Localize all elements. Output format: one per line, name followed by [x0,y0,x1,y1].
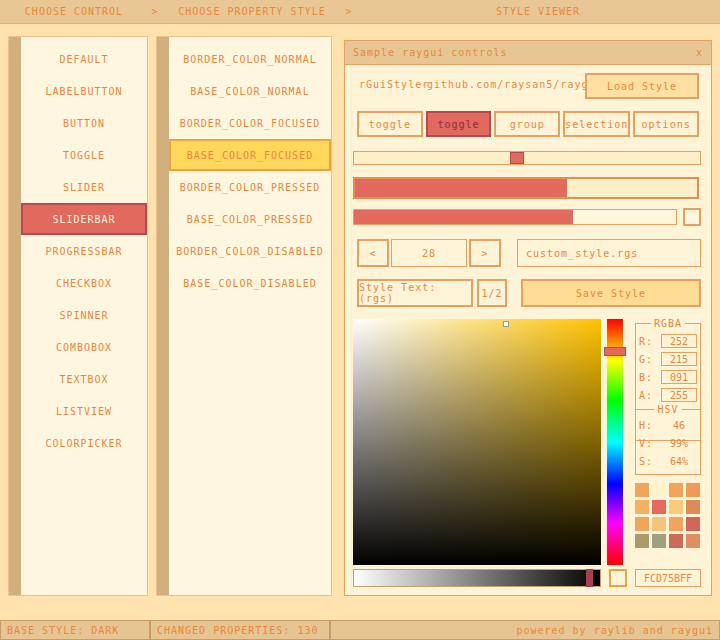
app-name-label: rGuiStyler [359,79,429,90]
sample-sliderbar[interactable] [353,177,699,199]
style-palette-grid [635,483,700,548]
list-item-spinner[interactable]: SPINNER [21,299,147,331]
palette-swatch[interactable] [635,500,649,514]
toggle-button-selection[interactable]: selection [563,111,630,137]
list-item-textbox[interactable]: TEXTBOX [21,363,147,395]
save-style-button[interactable]: Save Style [521,279,701,307]
h-label: H: [639,420,653,431]
list-item-sliderbar-selected[interactable]: SLIDERBAR [21,203,147,235]
palette-swatch[interactable] [635,483,649,497]
palette-swatch[interactable] [669,483,683,497]
list-item-base-color-normal[interactable]: BASE_COLOR_NORMAL [169,75,331,107]
toggle-button-options[interactable]: options [633,111,699,137]
list-item-base-color-disabled[interactable]: BASE_COLOR_DISABLED [169,267,331,299]
palette-swatch[interactable] [686,500,700,514]
list-item-button[interactable]: BUTTON [21,107,147,139]
status-credits: powered by raylib and raygui [330,620,720,640]
r-label: R: [639,336,653,347]
spinner-decrement-button[interactable]: < [357,239,389,267]
toggle-group: toggle toggle group selection options [357,111,699,137]
properties-list-panel: BORDER_COLOR_NORMAL BASE_COLOR_NORMAL BO… [156,36,332,596]
palette-swatch[interactable] [686,483,700,497]
palette-swatch[interactable] [669,500,683,514]
grayscale-slider[interactable] [353,569,601,587]
list-item-border-color-disabled[interactable]: BORDER_COLOR_DISABLED [169,235,331,267]
hsv-row-h: H: 46 [636,416,700,434]
rgba-row-r: R: 252 [636,332,700,350]
sample-checkbox[interactable] [683,208,701,226]
r-value: 252 [661,334,697,348]
list-item-checkbox[interactable]: CHECKBOX [21,267,147,299]
step-style-viewer: STYLE VIEWER [356,0,720,23]
list-item-listview[interactable]: LISTVIEW [21,395,147,427]
palette-swatch[interactable] [635,534,649,548]
grayscale-slider-handle[interactable] [586,569,593,587]
rgba-row-b: B: 091 [636,368,700,386]
list-item-combobox[interactable]: COMBOBOX [21,331,147,363]
list-item-base-color-pressed[interactable]: BASE_COLOR_PRESSED [169,203,331,235]
list-item-default[interactable]: DEFAULT [21,43,147,75]
color-picker-marker[interactable] [503,321,509,327]
step-choose-control: CHOOSE CONTROL [0,0,148,23]
list-item-border-color-normal[interactable]: BORDER_COLOR_NORMAL [169,43,331,75]
list-item-border-color-focused[interactable]: BORDER_COLOR_FOCUSED [169,107,331,139]
close-icon[interactable]: x [696,47,703,58]
toggle-button-2-active[interactable]: toggle [426,111,492,137]
hue-bar-handle[interactable] [604,347,626,356]
toggle-button-1[interactable]: toggle [357,111,423,137]
hex-color-textbox[interactable]: FCD75BFF [635,569,701,587]
top-status-bar: CHOOSE CONTROL > CHOOSE PROPERTY STYLE >… [0,0,720,24]
spinner-value[interactable]: 28 [391,239,467,267]
g-value: 215 [661,352,697,366]
b-value: 091 [661,370,697,384]
palette-swatch[interactable] [635,517,649,531]
status-base-style: BASE STYLE: DARK [0,620,150,640]
list-item-labelbutton[interactable]: LABELBUTTON [21,75,147,107]
palette-swatch[interactable] [652,483,666,497]
palette-swatch[interactable] [686,517,700,531]
list-item-slider[interactable]: SLIDER [21,171,147,203]
palette-swatch[interactable] [669,517,683,531]
list-item-border-color-pressed[interactable]: BORDER_COLOR_PRESSED [169,171,331,203]
a-value: 255 [661,388,697,402]
g-label: G: [639,354,653,365]
palette-swatch[interactable] [652,534,666,548]
filename-textbox[interactable]: custom_style.rgs [517,239,701,267]
rgba-row-g: G: 215 [636,350,700,368]
spinner-increment-button[interactable]: > [469,239,501,267]
palette-swatch[interactable] [652,517,666,531]
chevron-right-icon: > [148,6,162,17]
b-label: B: [639,372,653,383]
list-item-toggle[interactable]: TOGGLE [21,139,147,171]
properties-list: BORDER_COLOR_NORMAL BASE_COLOR_NORMAL BO… [169,43,331,299]
toggle-button-group[interactable]: group [494,111,560,137]
slider-handle[interactable] [510,152,524,164]
hsv-row-s: S: 64% [636,452,700,470]
window-titlebar[interactable]: Sample raygui controls x [345,41,711,65]
current-color-swatch[interactable] [609,569,627,587]
sliderbar-fill [355,179,567,197]
controls-list-scrollbar[interactable] [9,37,21,595]
controls-list: DEFAULT LABELBUTTON BUTTON TOGGLE SLIDER… [21,43,147,459]
sample-slider[interactable] [353,151,701,165]
controls-list-panel: DEFAULT LABELBUTTON BUTTON TOGGLE SLIDER… [8,36,148,596]
s-value: 64% [661,454,697,468]
page-indicator-button[interactable]: 1/2 [477,279,507,307]
palette-swatch[interactable] [669,534,683,548]
properties-list-scrollbar[interactable] [157,37,169,595]
list-item-progressbar[interactable]: PROGRESSBAR [21,235,147,267]
step-choose-property-style: CHOOSE PROPERTY STYLE [162,0,342,23]
status-changed-properties: CHANGED PROPERTIES: 130 [150,620,330,640]
progressbar-fill [354,210,573,224]
list-item-colorpicker[interactable]: COLORPICKER [21,427,147,459]
palette-swatch[interactable] [652,500,666,514]
style-text-button[interactable]: Style Text: (rgs) [357,279,473,307]
repo-link[interactable]: github.com/raysan5/raygui [427,79,603,90]
list-item-base-color-focused-selected[interactable]: BASE_COLOR_FOCUSED [169,139,331,171]
rgba-label: RGBA [651,318,685,329]
palette-swatch[interactable] [686,534,700,548]
load-style-button[interactable]: Load Style [585,73,699,99]
hsv-groupbox: HSV H: 46 V: 99% S: 64% [635,409,701,475]
s-label: S: [639,456,653,467]
color-saturation-value-picker[interactable] [353,319,601,565]
